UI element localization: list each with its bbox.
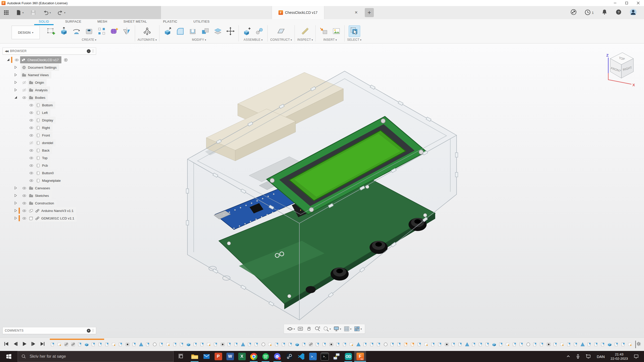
timeline-feature-extrude-icon[interactable] [593, 341, 599, 348]
timeline-feature-body-icon[interactable] [186, 341, 192, 348]
timeline-feature-extrude-icon[interactable] [586, 341, 592, 348]
ribbon-tab-mesh[interactable]: MESH [96, 19, 108, 25]
timeline-feature-extrude-icon[interactable] [478, 341, 484, 348]
timeline-feature-revolve-icon[interactable] [383, 341, 389, 348]
timeline-feature-extrude-icon[interactable] [342, 341, 348, 348]
timeline-feature-extrude-icon[interactable] [118, 341, 124, 348]
expand-arrow-icon[interactable] [13, 73, 19, 77]
zoom-icon[interactable] [314, 326, 320, 332]
ribbon-tab-utilities[interactable]: UTILITIES [192, 19, 211, 25]
timeline-feature-link-icon[interactable] [63, 341, 69, 348]
tree-item-display[interactable]: Display [3, 116, 96, 124]
timeline-feature-extrude-icon[interactable] [498, 341, 504, 348]
extrude-icon[interactable] [58, 26, 69, 37]
tree-item-button0[interactable]: Button0 [3, 169, 96, 177]
timeline-feature-extrude-icon[interactable] [396, 341, 402, 348]
task-view-button[interactable] [174, 351, 189, 362]
timeline-feature-sketch-icon[interactable] [559, 341, 565, 348]
comments-resize-grip[interactable] [92, 329, 94, 332]
timeline-skip-to-end-button[interactable] [40, 341, 45, 348]
ribbon-tab-plastic[interactable]: PLASTIC [162, 19, 178, 25]
shell-icon[interactable] [187, 26, 198, 37]
insert-derive-icon[interactable] [318, 26, 329, 37]
ribbon-group-label[interactable]: SELECT [347, 38, 359, 41]
network-icon[interactable] [583, 351, 593, 362]
timeline-feature-mirror-icon[interactable] [355, 341, 361, 348]
workspace-switcher[interactable]: DESIGN▾ [12, 26, 40, 39]
timeline-feature-extrude-icon[interactable] [247, 341, 253, 348]
fillet-icon[interactable] [175, 26, 186, 37]
hidden-icons-chevron[interactable] [564, 351, 573, 362]
visibility-eye-icon[interactable] [28, 163, 35, 168]
timeline-feature-extrude-icon[interactable] [573, 341, 579, 348]
model-viewport[interactable]: Z X TOP FRONT RIGHT ◀◀ BROWSER − ChessCl… [0, 43, 644, 337]
create-sketch-icon[interactable] [46, 26, 57, 37]
timeline-feature-mirror-icon[interactable] [240, 341, 246, 348]
timeline-feature-extrude-icon[interactable] [104, 341, 110, 348]
tree-item-chessclocklcd-v17[interactable]: ChessClockLCD v17 [3, 56, 96, 64]
timeline-feature-mirror-icon[interactable] [464, 341, 470, 348]
timeline-skip-to-start-button[interactable] [4, 341, 9, 348]
taskbar-app-powerpoint[interactable]: P [212, 351, 224, 362]
save-icon[interactable] [30, 10, 36, 16]
tree-item-construction[interactable]: Construction [3, 199, 96, 207]
taskbar-search[interactable] [18, 351, 174, 362]
taskbar-app-powershell[interactable]: >_ [307, 351, 319, 362]
timeline-feature-revolve-icon[interactable] [152, 341, 158, 348]
timeline-feature-sketch-icon[interactable] [267, 341, 273, 348]
construction-plane-icon[interactable] [275, 26, 287, 37]
timeline-feature-extrude-icon[interactable] [539, 341, 545, 348]
visibility-eye-icon[interactable] [21, 193, 28, 198]
joint-icon[interactable] [254, 26, 265, 37]
timeline-feature-hole-icon[interactable] [546, 341, 552, 348]
visibility-eye-icon[interactable] [28, 118, 35, 123]
taskbar-app-vscode[interactable] [295, 351, 307, 362]
visibility-eye-icon[interactable] [28, 141, 35, 145]
expand-arrow-icon[interactable] [13, 80, 19, 85]
expand-arrow-icon[interactable] [13, 201, 19, 205]
offset-face-icon[interactable] [212, 26, 223, 37]
visibility-eye-icon[interactable] [21, 95, 28, 100]
measure-icon[interactable] [300, 26, 311, 37]
timeline-feature-extrude-icon[interactable] [552, 341, 558, 348]
timeline-feature-extrude-icon[interactable] [410, 341, 416, 348]
tree-item-named-views[interactable]: Named Views [3, 71, 96, 79]
timeline-feature-sketch-icon[interactable] [57, 341, 63, 348]
expand-arrow-icon[interactable] [13, 88, 19, 92]
revolve-icon[interactable] [71, 26, 82, 37]
taskbar-app-word[interactable]: W [224, 351, 236, 362]
start-button[interactable] [0, 351, 18, 362]
notifications-bell-icon[interactable] [601, 9, 608, 16]
timeline-feature-extrude-icon[interactable] [335, 341, 341, 348]
taskbar-clock[interactable]: 21:43 22-02-2023 [608, 351, 630, 362]
timeline-feature-extrude-icon[interactable] [199, 341, 205, 348]
timeline-feature-extrude-icon[interactable] [315, 341, 321, 348]
timeline-feature-body-icon[interactable] [491, 341, 497, 348]
undo-icon[interactable]: ▾ [43, 10, 51, 16]
taskbar-app-remote-desktop[interactable] [331, 351, 342, 362]
visibility-eye-icon[interactable] [21, 88, 28, 93]
timeline-feature-extrude-icon[interactable] [614, 341, 620, 348]
collapse-arrow-icon[interactable] [5, 58, 11, 62]
timeline-feature-sketch-icon[interactable] [165, 341, 171, 348]
grid-settings-icon[interactable]: ▾ [344, 326, 351, 332]
job-status-icon[interactable]: 1 [584, 9, 594, 16]
timeline-feature-body-icon[interactable] [294, 341, 300, 348]
browser-header[interactable]: ◀◀ BROWSER − [3, 48, 96, 55]
close-document-icon[interactable]: × [355, 10, 358, 15]
tree-item-gdm1601c-lcd-v1-1[interactable]: GDM1601C LCD v1:1 [3, 214, 96, 222]
visibility-eye-icon[interactable] [28, 133, 35, 138]
timeline-feature-extrude-icon[interactable] [91, 341, 97, 348]
taskbar-app-arduino-ide[interactable] [342, 351, 354, 362]
activate-component-radio[interactable] [63, 58, 68, 62]
timeline-feature-mirror-icon[interactable] [580, 341, 586, 348]
automate-icon[interactable] [142, 26, 153, 37]
timeline-feature-extrude-icon[interactable] [369, 341, 375, 348]
timeline-step-forward-button[interactable] [31, 341, 36, 348]
tree-item-magnetplate[interactable]: Magnetplate [3, 177, 96, 184]
timeline-feature-extrude-icon[interactable] [254, 341, 260, 348]
ribbon-group-label[interactable]: MODIFY [192, 38, 204, 41]
expand-arrow-icon[interactable] [13, 194, 19, 198]
browser-minimize-icon[interactable]: − [87, 49, 91, 53]
tree-item-left[interactable]: Left [3, 109, 96, 116]
